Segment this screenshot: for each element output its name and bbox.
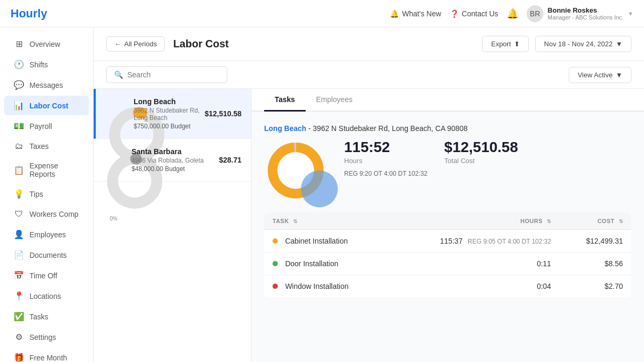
top-navigation: Hourly 🔔 What's New ❓ Contact Us 🔔 BR Bo…	[0, 0, 644, 27]
task-cost-cell: $2.70	[559, 275, 631, 298]
documents-icon: 📄	[14, 250, 24, 260]
detail-location-address: 3962 N Studebaker Rd, Long Beach, CA 908…	[313, 124, 468, 133]
table-row[interactable]: Cabinet Installation 115:37 REG 9:05 OT …	[264, 230, 631, 253]
location-donut-long-beach: 2%	[105, 103, 126, 124]
sidebar-item-documents[interactable]: 📄 Documents	[4, 245, 89, 265]
table-header-hours: HOURS ⇅	[388, 213, 559, 230]
view-active-button[interactable]: View Active ▼	[569, 67, 631, 83]
free-month-icon: 🎁	[14, 353, 24, 362]
export-button[interactable]: Export ⬆	[482, 36, 529, 52]
task-name-cell: Cabinet Installation	[264, 230, 388, 253]
task-cost: $12,499.31	[586, 237, 623, 245]
task-color-dot	[273, 284, 278, 289]
detail-header: 115:52 Hours REG 9:20 OT 4:00 DT 102:32 …	[264, 139, 631, 202]
tab-employees[interactable]: Employees	[306, 89, 363, 112]
task-hours-cell: 0:11	[388, 253, 559, 275]
tasks-table: TASK ⇅ HOURS ⇅ COST ⇅	[264, 213, 631, 297]
location-cost-santa-barbara: $28.71	[219, 156, 242, 164]
tips-icon: 💡	[14, 189, 24, 199]
sidebar-item-overview[interactable]: ⊞ Overview	[4, 34, 89, 54]
cost-sort-icon[interactable]: ⇅	[619, 218, 623, 224]
shifts-icon: 🕐	[14, 59, 24, 69]
tasks-icon: ✅	[14, 311, 24, 321]
back-button[interactable]: ← All Periods	[106, 36, 165, 52]
sidebar-item-labor-cost[interactable]: 📊 Labor Cost	[4, 96, 89, 115]
nav-actions: 🔔 What's New ❓ Contact Us 🔔 BR Bonnie Ro…	[390, 5, 633, 22]
sidebar-item-workers-comp[interactable]: 🛡 Workers Comp	[4, 205, 89, 224]
location-address-santa-barbara: 4966 Via Roblada, Goleta	[132, 157, 215, 164]
page-header-left: ← All Periods Labor Cost	[106, 36, 229, 52]
sidebar-item-settings[interactable]: ⚙ Settings	[4, 327, 89, 347]
sidebar-item-payroll[interactable]: 💵 Payroll	[4, 116, 89, 136]
location-cost-long-beach: $12,510.58	[205, 109, 242, 118]
avatar: BR	[527, 5, 544, 22]
location-percent-santa-barbara: 0%	[103, 216, 124, 222]
page-header: ← All Periods Labor Cost Export ⬆ Nov 18…	[94, 27, 644, 61]
view-active-chevron-icon: ▼	[616, 71, 622, 79]
search-box[interactable]: 🔍	[106, 66, 227, 83]
sidebar-item-expense-reports[interactable]: 📋 Expense Reports	[4, 157, 89, 183]
search-input[interactable]	[127, 71, 219, 79]
labor-cost-icon: 📊	[14, 100, 24, 110]
task-name-cell: Window Installation	[264, 275, 388, 298]
payroll-icon: 💵	[14, 121, 24, 131]
settings-icon: ⚙	[14, 332, 24, 342]
toolbar-row: 🔍 View Active ▼	[94, 61, 644, 89]
detail-hours-label: Hours	[344, 157, 427, 165]
task-cost: $8.56	[605, 259, 623, 268]
user-role: Manager - ABC Solutions Inc.	[548, 14, 623, 21]
content-area: ← All Periods Labor Cost Export ⬆ Nov 18…	[94, 27, 644, 362]
location-donut-santa-barbara: 0%	[103, 149, 124, 170]
sidebar: ⊞ Overview 🕐 Shifts 💬 Messages 📊 Labor C…	[0, 27, 94, 362]
right-panel: Tasks Employees Long Beach - 3962 N Stud…	[251, 89, 644, 362]
location-budget-long-beach: $750,000.00 Budget	[134, 123, 200, 130]
task-sort-icon[interactable]: ⇅	[293, 218, 298, 224]
detail-location-full: Long Beach - 3962 N Studebaker Rd, Long …	[264, 124, 631, 133]
table-header-task: TASK ⇅	[264, 213, 388, 230]
upload-icon: ⬆	[514, 40, 520, 48]
page-title: Labor Cost	[173, 38, 229, 50]
table-header-cost: COST ⇅	[559, 213, 631, 230]
table-row[interactable]: Window Installation 0:04 $2.70	[264, 275, 631, 298]
detail-breakdown: REG 9:20 OT 4:00 DT 102:32	[344, 170, 427, 177]
table-row[interactable]: Door Installation 0:11 $8.56	[264, 253, 631, 275]
question-icon: ❓	[450, 9, 459, 18]
table-header: TASK ⇅ HOURS ⇅ COST ⇅	[264, 213, 631, 230]
expense-reports-icon: 📋	[14, 165, 24, 175]
whats-new-button[interactable]: 🔔 What's New	[390, 9, 441, 18]
task-color-dot	[273, 238, 278, 244]
tab-tasks[interactable]: Tasks	[264, 89, 306, 112]
task-name: Cabinet Installation	[285, 237, 348, 245]
user-profile[interactable]: BR Bonnie Roskes Manager - ABC Solutions…	[527, 5, 633, 22]
sidebar-item-tasks[interactable]: ✅ Tasks	[4, 307, 89, 326]
sidebar-item-free-month[interactable]: 🎁 Free Month	[4, 348, 89, 362]
contact-us-button[interactable]: ❓ Contact Us	[450, 9, 498, 18]
sidebar-item-messages[interactable]: 💬 Messages	[4, 75, 89, 95]
detail-location-name: Long Beach	[264, 124, 306, 133]
detail-hours-value: 115:52	[344, 139, 427, 156]
sidebar-item-employees[interactable]: 👤 Employees	[4, 225, 89, 244]
sidebar-item-shifts[interactable]: 🕐 Shifts	[4, 55, 89, 74]
detail-cost-value: $12,510.58	[444, 139, 518, 156]
location-item-long-beach[interactable]: 2% Long Beach 3962 N Studebaker Rd, Long…	[94, 89, 251, 139]
date-range-button[interactable]: Nov 18 - Nov 24, 2022 ▼	[535, 36, 631, 52]
sidebar-item-time-off[interactable]: 📅 Time Off	[4, 266, 89, 285]
sidebar-item-locations[interactable]: 📍 Locations	[4, 286, 89, 306]
task-hours: 0:04	[537, 282, 551, 290]
task-hours-cell: 115:37 REG 9:05 OT 4:00 DT 102:32	[388, 230, 559, 253]
locations-panel: 2% Long Beach 3962 N Studebaker Rd, Long…	[94, 89, 251, 362]
task-hours-detail: REG 9:05 OT 4:00 DT 102:32	[468, 238, 551, 245]
notifications-icon[interactable]: 🔔	[507, 8, 518, 19]
back-arrow-icon: ←	[114, 40, 121, 48]
taxes-icon: 🗂	[14, 142, 24, 151]
sidebar-item-tips[interactable]: 💡 Tips	[4, 184, 89, 204]
user-chevron-icon: ▼	[628, 11, 633, 17]
overview-icon: ⊞	[14, 39, 24, 49]
sidebar-item-taxes[interactable]: 🗂 Taxes	[4, 137, 89, 156]
messages-icon: 💬	[14, 80, 24, 90]
blue-bubble	[301, 170, 338, 207]
task-name-cell: Door Installation	[264, 253, 388, 275]
task-color-dot	[273, 261, 278, 266]
hours-sort-icon[interactable]: ⇅	[547, 218, 551, 224]
task-hours: 115:37	[440, 237, 462, 245]
